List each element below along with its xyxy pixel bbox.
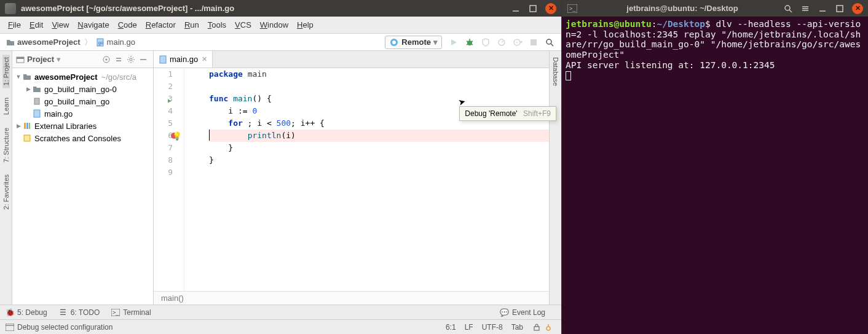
encoding[interactable]: UTF-8 [482, 323, 503, 332]
terminal-body[interactable]: jetbrains@ubuntu:~/Desktop$ dlv --headle… [562, 17, 868, 334]
ide-title-bar: awesomeProject [~/go/src/awesomeProject]… [0, 0, 561, 17]
gutter[interactable]: 123▶456789 [154, 68, 184, 291]
tool-window-todo[interactable]: ☰6: TODO [58, 308, 100, 317]
terminal-title: jetbrains@ubuntu: ~/Desktop [589, 4, 776, 13]
tool-window-terminal[interactable]: >_Terminal [111, 308, 151, 317]
project-tool-window: Project ▾ ▼awesomeProject~/go/src/a▶go_b… [12, 51, 154, 305]
breadcrumb-text: main() [161, 293, 184, 303]
close-icon[interactable]: ✕ [202, 55, 207, 63]
terminal-minimize-button[interactable] [818, 4, 827, 14]
tooltip-shortcut: Shift+F9 [523, 109, 551, 118]
binary-icon [32, 96, 42, 106]
stop-button[interactable] [527, 36, 540, 49]
svg-point-21 [130, 58, 132, 61]
menu-edit[interactable]: Edit [25, 18, 47, 31]
hide-icon[interactable] [138, 54, 149, 65]
locate-icon[interactable] [101, 54, 112, 65]
go-file-icon: go [96, 38, 105, 47]
cursor-position[interactable]: 6:1 [446, 323, 456, 332]
tree-item[interactable]: ▶go_build_main_go-0 [12, 83, 153, 95]
navigation-bar: awesomeProject 〉 go main.go Remote ▾ ▾ [0, 34, 561, 51]
go-remote-icon [389, 37, 399, 47]
svg-line-9 [471, 41, 473, 42]
editor-tab-main-go[interactable]: main.go ✕ [154, 51, 213, 68]
svg-point-5 [392, 41, 396, 44]
terminal-menu-button[interactable] [800, 4, 810, 14]
main-area: 1: ProjectLearn7: Structure2: Favorites … [0, 51, 561, 305]
line-separator[interactable]: LF [465, 323, 473, 332]
tool-window-project[interactable]: 1: Project [2, 55, 10, 88]
app-icon [5, 3, 16, 14]
tooltip-text: Debug 'Remote' [465, 109, 517, 118]
svg-text:>_: >_ [112, 309, 119, 316]
tool-window-learn[interactable]: Learn [2, 95, 10, 117]
indent[interactable]: Tab [511, 323, 523, 332]
menu-help[interactable]: Help [293, 18, 318, 31]
close-button[interactable]: ✕ [545, 3, 556, 14]
terminal-icon: >_ [111, 308, 120, 317]
editor-panel: main.go ✕ 123▶456789 💡 package mainfunc … [154, 51, 549, 305]
folder-icon [22, 72, 32, 82]
svg-rect-14 [531, 39, 537, 45]
menu-view[interactable]: View [47, 18, 73, 31]
profile-button[interactable] [495, 36, 508, 49]
menu-run[interactable]: Run [180, 18, 203, 31]
attach-button[interactable]: ▾ [511, 36, 524, 49]
chevron-down-icon[interactable]: ▾ [57, 55, 61, 64]
svg-line-40 [789, 10, 792, 12]
search-button[interactable] [543, 36, 556, 49]
svg-rect-45 [837, 6, 843, 12]
collapse-all-icon[interactable] [113, 54, 124, 65]
inspector-icon[interactable] [544, 322, 554, 332]
svg-rect-24 [34, 110, 40, 117]
status-message: Debug selected configuration [17, 323, 112, 332]
editor-breadcrumb[interactable]: main() [154, 291, 549, 305]
terminal-maximize-button[interactable] [835, 4, 845, 14]
code-area[interactable]: 💡 package mainfunc main() { i := 0 for ;… [184, 68, 549, 291]
debug-button[interactable] [463, 36, 476, 49]
editor-body[interactable]: 123▶456789 💡 package mainfunc main() { i… [154, 68, 549, 291]
menu-vcs[interactable]: VCS [231, 18, 256, 31]
tree-item[interactable]: ▼awesomeProject~/go/src/a [12, 71, 153, 83]
menu-refactor[interactable]: Refactor [141, 18, 180, 31]
lock-icon[interactable] [532, 322, 542, 332]
tool-window-database[interactable]: Database [552, 55, 559, 88]
terminal-title-bar: >_ jetbrains@ubuntu: ~/Desktop ✕ [562, 0, 868, 17]
coverage-button[interactable] [479, 36, 492, 49]
tool-window-event-log[interactable]: 💬Event Log [500, 308, 545, 317]
tool-window-debug[interactable]: 🐞5: Debug [5, 308, 47, 317]
menu-navigate[interactable]: Navigate [73, 18, 113, 31]
menu-code[interactable]: Code [114, 18, 141, 31]
intention-bulb-icon[interactable]: 💡 [172, 131, 182, 141]
maximize-button[interactable] [528, 4, 538, 14]
tree-item[interactable]: go_build_main_go [12, 95, 153, 107]
tab-label: main.go [170, 55, 198, 64]
scratch-icon [22, 133, 32, 143]
tool-window-structure[interactable]: 7: Structure [2, 125, 10, 165]
tool-window-favorites[interactable]: 2: Favorites [2, 172, 10, 212]
svg-rect-27 [29, 123, 30, 129]
terminal-close-button[interactable]: ✕ [852, 3, 863, 14]
run-button[interactable] [447, 36, 460, 49]
breadcrumb-file[interactable]: go main.go [93, 36, 138, 48]
breadcrumb-project[interactable]: awesomeProject [4, 36, 83, 48]
svg-rect-26 [26, 123, 28, 129]
gear-icon[interactable] [125, 54, 136, 65]
svg-rect-32 [6, 324, 14, 331]
terminal-search-button[interactable] [783, 4, 793, 14]
run-configuration-selector[interactable]: Remote ▾ [385, 36, 442, 49]
caret [209, 130, 210, 141]
menu-window[interactable]: Window [256, 18, 293, 31]
debug-icon: 🐞 [5, 308, 15, 317]
svg-text:go: go [98, 41, 103, 45]
tree-item[interactable]: main.go [12, 107, 153, 120]
window-icon[interactable] [5, 322, 15, 332]
minimize-button[interactable] [511, 4, 521, 14]
menu-bar: FileEditViewNavigateCodeRefactorRunTools… [0, 17, 561, 34]
menu-tools[interactable]: Tools [203, 18, 231, 31]
menu-file[interactable]: File [4, 18, 25, 31]
left-tool-stripe: 1: ProjectLearn7: Structure2: Favorites [0, 51, 12, 305]
tree-item[interactable]: ▶External Libraries [12, 120, 153, 132]
window-title: awesomeProject [~/go/src/awesomeProject]… [21, 4, 234, 13]
tree-item[interactable]: Scratches and Consoles [12, 132, 153, 144]
